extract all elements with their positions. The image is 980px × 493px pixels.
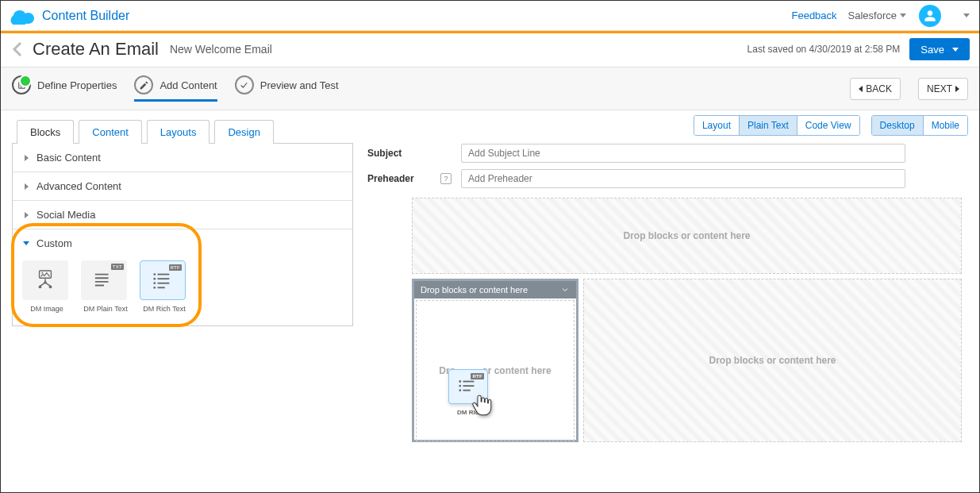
help-icon[interactable]: ? — [440, 173, 452, 184]
triangle-right-icon — [22, 154, 30, 162]
check-icon — [235, 75, 254, 94]
salesforce-cloud-icon — [10, 7, 36, 25]
drop-zone-top[interactable]: Drop blocks or content here — [412, 198, 962, 274]
save-button[interactable]: Save — [909, 38, 970, 60]
next-button[interactable]: NEXT — [918, 78, 968, 100]
block-dm-image[interactable]: DM Image — [22, 260, 71, 313]
app-title: Content Builder — [42, 9, 791, 23]
svg-point-3 — [39, 286, 42, 289]
feedback-link[interactable]: Feedback — [791, 10, 836, 21]
page-title: Create An Email — [33, 39, 159, 60]
preheader-input[interactable] — [461, 169, 905, 188]
svg-point-11 — [459, 385, 461, 387]
tab-layouts[interactable]: Layouts — [147, 120, 210, 144]
subject-label: Subject — [367, 148, 431, 159]
hand-cursor-icon — [471, 393, 493, 421]
svg-point-10 — [459, 380, 461, 383]
step-define-properties[interactable]: Define Properties — [12, 75, 117, 102]
step-add-content[interactable]: Add Content — [134, 75, 217, 102]
org-name: Salesforce — [848, 10, 897, 21]
last-saved-text: Last saved on 4/30/2019 at 2:58 PM — [747, 44, 901, 55]
view-mobile-button[interactable]: Mobile — [924, 116, 967, 135]
svg-point-2 — [41, 272, 43, 274]
chevron-down-icon — [900, 13, 906, 17]
block-dm-plain-text[interactable]: TXT DM Plain Text — [81, 260, 130, 313]
tab-blocks[interactable]: Blocks — [17, 120, 74, 144]
chevron-down-icon[interactable] — [963, 13, 970, 17]
view-desktop-button[interactable]: Desktop — [872, 116, 924, 135]
tab-content[interactable]: Content — [79, 120, 142, 144]
subject-input[interactable] — [461, 144, 905, 163]
triangle-left-icon — [859, 86, 863, 92]
triangle-right-icon — [22, 211, 30, 219]
selected-zone-title: Drop blocks or content here — [421, 285, 528, 295]
org-switcher[interactable]: Salesforce — [848, 10, 906, 21]
selected-drop-zone[interactable]: Drop blocks or content here Dro or conte… — [412, 279, 578, 442]
save-button-label: Save — [920, 44, 944, 56]
accordion-custom[interactable]: Custom — [22, 237, 343, 249]
step-complete-icon — [12, 75, 31, 94]
tab-design[interactable]: Design — [214, 120, 273, 144]
accordion-advanced-content[interactable]: Advanced Content — [13, 172, 352, 201]
svg-point-12 — [459, 389, 461, 391]
page-subtitle: New Welcome Email — [170, 43, 272, 56]
triangle-down-icon — [22, 240, 30, 248]
accordion-social-media[interactable]: Social Media — [13, 201, 352, 229]
svg-point-9 — [153, 287, 156, 289]
view-layout-button[interactable]: Layout — [694, 116, 740, 135]
chevron-down-icon[interactable] — [560, 285, 570, 295]
block-dm-rich-text[interactable]: RTF DM Rich Text — [140, 260, 189, 313]
back-chevron-icon[interactable] — [9, 40, 28, 59]
view-codeview-button[interactable]: Code View — [797, 116, 859, 135]
triangle-right-icon — [22, 183, 30, 191]
preheader-label: Preheader — [367, 173, 431, 184]
step-preview-test[interactable]: Preview and Test — [235, 75, 339, 102]
svg-point-8 — [153, 282, 156, 284]
svg-point-6 — [153, 273, 156, 275]
triangle-right-icon — [955, 86, 959, 92]
svg-point-7 — [153, 278, 156, 280]
device-group: Desktop Mobile — [871, 115, 968, 136]
view-mode-group: Layout Plain Text Code View — [694, 115, 860, 136]
pencil-icon — [134, 75, 153, 94]
chevron-down-icon — [952, 48, 959, 52]
svg-point-4 — [49, 286, 52, 289]
back-button[interactable]: BACK — [850, 78, 901, 100]
user-avatar[interactable] — [919, 5, 941, 27]
view-plaintext-button[interactable]: Plain Text — [740, 116, 797, 135]
svg-point-5 — [44, 281, 46, 283]
drop-zone-right[interactable]: Drop blocks or content here — [583, 279, 962, 442]
accordion-basic-content[interactable]: Basic Content — [13, 144, 352, 172]
